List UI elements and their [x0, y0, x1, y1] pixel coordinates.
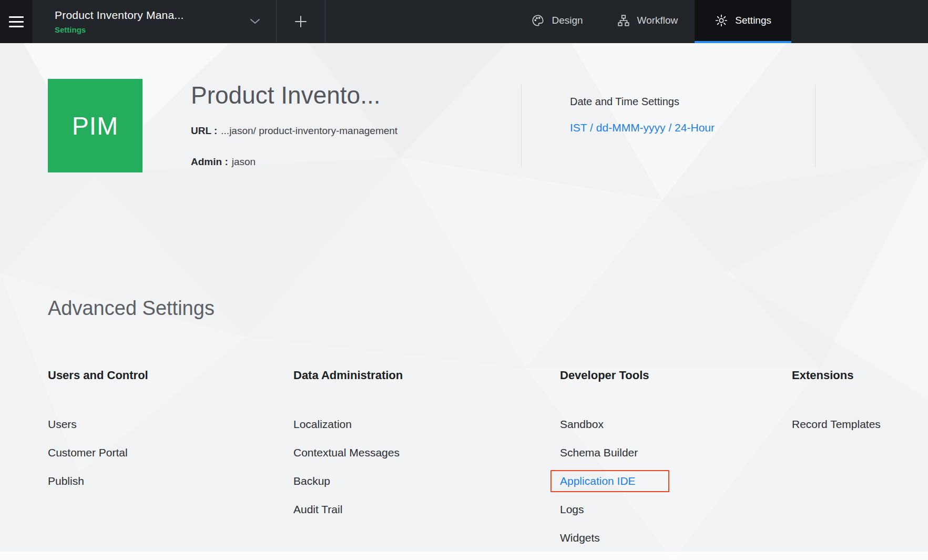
add-application-button[interactable]: [277, 0, 325, 43]
hamburger-menu-button[interactable]: [0, 0, 33, 43]
tab-design-label: Design: [552, 15, 583, 26]
list-item: Audit Trail: [293, 495, 560, 524]
topbar: Product Inventory Mana... Settings: [0, 0, 928, 43]
tab-workflow[interactable]: Workflow: [600, 0, 695, 43]
advanced-settings-title: Advanced Settings: [48, 297, 215, 320]
link-record-templates[interactable]: Record Templates: [792, 418, 881, 431]
admin-value: jason: [232, 156, 256, 167]
header-divider: [521, 85, 522, 167]
header-divider: [815, 85, 815, 167]
link-backup[interactable]: Backup: [293, 475, 330, 487]
app-badge: PIM: [48, 79, 142, 172]
link-users[interactable]: Users: [48, 418, 77, 431]
link-sandbox[interactable]: Sandbox: [560, 418, 604, 431]
link-application-ide[interactable]: Application IDE: [550, 470, 669, 492]
topbar-end-spacer: [791, 0, 928, 43]
datetime-value-link[interactable]: IST / dd-MMM-yyyy / 24-Hour: [570, 121, 715, 134]
list-item: Sandbox: [560, 410, 792, 439]
column-extensions: Extensions Record Templates: [792, 368, 928, 552]
chevron-down-icon[interactable]: [248, 15, 262, 27]
admin-label: Admin :: [191, 156, 228, 167]
link-localization[interactable]: Localization: [293, 418, 352, 431]
column-heading: Developer Tools: [560, 368, 792, 383]
app-info: Product Invento... URL :...jason/ produc…: [191, 79, 397, 172]
topbar-spacer: [325, 0, 514, 43]
hamburger-icon: [9, 16, 24, 27]
list-item: Localization: [293, 410, 560, 439]
app-admin-line: Admin :jason: [191, 156, 397, 168]
app-url-line: URL :...jason/ product-inventory-managem…: [191, 125, 397, 137]
app-switcher[interactable]: Product Inventory Mana... Settings: [33, 0, 276, 43]
app-header-title: Product Invento...: [191, 82, 397, 109]
advanced-settings-columns: Users and Control Users Customer Portal …: [48, 368, 928, 552]
tab-settings[interactable]: Settings: [695, 0, 791, 43]
link-logs[interactable]: Logs: [560, 503, 584, 516]
list-item: Backup: [293, 467, 560, 495]
link-publish[interactable]: Publish: [48, 475, 84, 487]
app-title: Product Inventory Mana...: [55, 9, 276, 22]
topbar-tabs: Design Workflow: [514, 0, 791, 43]
app-subtitle: Settings: [55, 25, 276, 34]
column-heading: Extensions: [792, 368, 928, 383]
column-data-administration: Data Administration Localization Context…: [293, 368, 560, 552]
list-item: Record Templates: [792, 410, 928, 439]
column-heading: Users and Control: [48, 368, 293, 383]
list-item: Contextual Messages: [293, 439, 560, 467]
bottom-strip: [0, 552, 928, 560]
tab-workflow-label: Workflow: [637, 15, 678, 26]
page: Product Inventory Mana... Settings: [0, 0, 928, 560]
link-customer-portal[interactable]: Customer Portal: [48, 446, 128, 459]
plus-icon: [293, 14, 309, 29]
link-schema-builder[interactable]: Schema Builder: [560, 446, 638, 459]
column-developer-tools: Developer Tools Sandbox Schema Builder A…: [560, 368, 792, 552]
link-audit-trail[interactable]: Audit Trail: [293, 503, 342, 516]
gear-icon: [715, 14, 728, 27]
column-heading: Data Administration: [293, 368, 560, 383]
list-item: Application IDE: [560, 467, 792, 495]
app-header: PIM Product Invento... URL :...jason/ pr…: [48, 79, 397, 172]
url-value: ...jason/ product-inventory-management: [221, 125, 397, 136]
column-users-and-control: Users and Control Users Customer Portal …: [48, 368, 293, 552]
list-item: Schema Builder: [560, 439, 792, 467]
list-item: Users: [48, 410, 293, 439]
tab-design[interactable]: Design: [514, 0, 599, 43]
tab-settings-label: Settings: [735, 15, 771, 26]
list-item: Customer Portal: [48, 439, 293, 467]
link-contextual-messages[interactable]: Contextual Messages: [293, 446, 400, 459]
url-label: URL :: [191, 125, 217, 136]
list-item: Publish: [48, 467, 293, 495]
datetime-settings: Date and Time Settings IST / dd-MMM-yyyy…: [570, 96, 715, 134]
palette-icon: [531, 14, 545, 27]
link-widgets[interactable]: Widgets: [560, 532, 600, 544]
datetime-heading: Date and Time Settings: [570, 96, 715, 108]
list-item: Logs: [560, 495, 792, 524]
workflow-icon: [617, 14, 630, 27]
list-item: Widgets: [560, 524, 792, 552]
